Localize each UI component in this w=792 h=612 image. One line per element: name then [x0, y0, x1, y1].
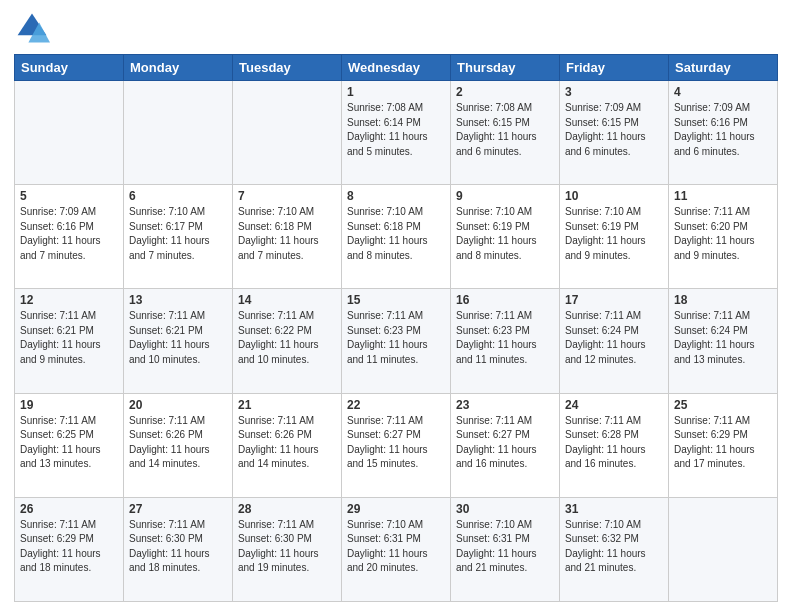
weekday-header-friday: Friday	[560, 55, 669, 81]
day-cell: 24Sunrise: 7:11 AM Sunset: 6:28 PM Dayli…	[560, 393, 669, 497]
day-number: 10	[565, 189, 663, 203]
day-info: Sunrise: 7:10 AM Sunset: 6:17 PM Dayligh…	[129, 205, 227, 263]
weekday-header-thursday: Thursday	[451, 55, 560, 81]
weekday-header-tuesday: Tuesday	[233, 55, 342, 81]
weekday-header-monday: Monday	[124, 55, 233, 81]
day-cell: 13Sunrise: 7:11 AM Sunset: 6:21 PM Dayli…	[124, 289, 233, 393]
day-number: 18	[674, 293, 772, 307]
day-cell: 18Sunrise: 7:11 AM Sunset: 6:24 PM Dayli…	[669, 289, 778, 393]
day-cell: 19Sunrise: 7:11 AM Sunset: 6:25 PM Dayli…	[15, 393, 124, 497]
week-row-2: 5Sunrise: 7:09 AM Sunset: 6:16 PM Daylig…	[15, 185, 778, 289]
day-cell: 29Sunrise: 7:10 AM Sunset: 6:31 PM Dayli…	[342, 497, 451, 601]
day-info: Sunrise: 7:10 AM Sunset: 6:19 PM Dayligh…	[456, 205, 554, 263]
day-number: 5	[20, 189, 118, 203]
day-info: Sunrise: 7:10 AM Sunset: 6:31 PM Dayligh…	[347, 518, 445, 576]
day-info: Sunrise: 7:11 AM Sunset: 6:24 PM Dayligh…	[674, 309, 772, 367]
week-row-1: 1Sunrise: 7:08 AM Sunset: 6:14 PM Daylig…	[15, 81, 778, 185]
day-number: 25	[674, 398, 772, 412]
day-info: Sunrise: 7:11 AM Sunset: 6:29 PM Dayligh…	[20, 518, 118, 576]
day-cell: 10Sunrise: 7:10 AM Sunset: 6:19 PM Dayli…	[560, 185, 669, 289]
day-cell: 30Sunrise: 7:10 AM Sunset: 6:31 PM Dayli…	[451, 497, 560, 601]
day-info: Sunrise: 7:11 AM Sunset: 6:21 PM Dayligh…	[20, 309, 118, 367]
day-number: 2	[456, 85, 554, 99]
day-cell: 8Sunrise: 7:10 AM Sunset: 6:18 PM Daylig…	[342, 185, 451, 289]
day-info: Sunrise: 7:11 AM Sunset: 6:24 PM Dayligh…	[565, 309, 663, 367]
day-info: Sunrise: 7:08 AM Sunset: 6:14 PM Dayligh…	[347, 101, 445, 159]
day-info: Sunrise: 7:11 AM Sunset: 6:27 PM Dayligh…	[347, 414, 445, 472]
day-number: 8	[347, 189, 445, 203]
day-number: 15	[347, 293, 445, 307]
day-cell	[233, 81, 342, 185]
day-number: 21	[238, 398, 336, 412]
day-number: 20	[129, 398, 227, 412]
day-cell: 22Sunrise: 7:11 AM Sunset: 6:27 PM Dayli…	[342, 393, 451, 497]
day-cell	[15, 81, 124, 185]
day-cell: 31Sunrise: 7:10 AM Sunset: 6:32 PM Dayli…	[560, 497, 669, 601]
weekday-header-sunday: Sunday	[15, 55, 124, 81]
logo-icon	[14, 10, 50, 46]
day-cell: 15Sunrise: 7:11 AM Sunset: 6:23 PM Dayli…	[342, 289, 451, 393]
day-info: Sunrise: 7:09 AM Sunset: 6:15 PM Dayligh…	[565, 101, 663, 159]
day-info: Sunrise: 7:11 AM Sunset: 6:21 PM Dayligh…	[129, 309, 227, 367]
day-info: Sunrise: 7:10 AM Sunset: 6:18 PM Dayligh…	[347, 205, 445, 263]
weekday-header-wednesday: Wednesday	[342, 55, 451, 81]
weekday-header-row: SundayMondayTuesdayWednesdayThursdayFrid…	[15, 55, 778, 81]
day-cell: 23Sunrise: 7:11 AM Sunset: 6:27 PM Dayli…	[451, 393, 560, 497]
day-number: 26	[20, 502, 118, 516]
day-info: Sunrise: 7:11 AM Sunset: 6:28 PM Dayligh…	[565, 414, 663, 472]
day-number: 31	[565, 502, 663, 516]
week-row-5: 26Sunrise: 7:11 AM Sunset: 6:29 PM Dayli…	[15, 497, 778, 601]
day-number: 27	[129, 502, 227, 516]
day-number: 9	[456, 189, 554, 203]
day-cell: 3Sunrise: 7:09 AM Sunset: 6:15 PM Daylig…	[560, 81, 669, 185]
page: SundayMondayTuesdayWednesdayThursdayFrid…	[0, 0, 792, 612]
day-cell: 2Sunrise: 7:08 AM Sunset: 6:15 PM Daylig…	[451, 81, 560, 185]
day-info: Sunrise: 7:11 AM Sunset: 6:29 PM Dayligh…	[674, 414, 772, 472]
day-number: 22	[347, 398, 445, 412]
day-cell: 14Sunrise: 7:11 AM Sunset: 6:22 PM Dayli…	[233, 289, 342, 393]
day-info: Sunrise: 7:08 AM Sunset: 6:15 PM Dayligh…	[456, 101, 554, 159]
day-number: 29	[347, 502, 445, 516]
day-info: Sunrise: 7:11 AM Sunset: 6:26 PM Dayligh…	[129, 414, 227, 472]
day-info: Sunrise: 7:11 AM Sunset: 6:27 PM Dayligh…	[456, 414, 554, 472]
day-cell: 28Sunrise: 7:11 AM Sunset: 6:30 PM Dayli…	[233, 497, 342, 601]
day-number: 13	[129, 293, 227, 307]
day-cell: 17Sunrise: 7:11 AM Sunset: 6:24 PM Dayli…	[560, 289, 669, 393]
day-number: 16	[456, 293, 554, 307]
day-info: Sunrise: 7:11 AM Sunset: 6:22 PM Dayligh…	[238, 309, 336, 367]
day-info: Sunrise: 7:10 AM Sunset: 6:19 PM Dayligh…	[565, 205, 663, 263]
day-info: Sunrise: 7:09 AM Sunset: 6:16 PM Dayligh…	[20, 205, 118, 263]
day-number: 23	[456, 398, 554, 412]
day-number: 12	[20, 293, 118, 307]
day-number: 28	[238, 502, 336, 516]
day-info: Sunrise: 7:11 AM Sunset: 6:23 PM Dayligh…	[347, 309, 445, 367]
day-number: 14	[238, 293, 336, 307]
day-number: 4	[674, 85, 772, 99]
day-cell: 5Sunrise: 7:09 AM Sunset: 6:16 PM Daylig…	[15, 185, 124, 289]
day-number: 6	[129, 189, 227, 203]
day-number: 3	[565, 85, 663, 99]
day-number: 11	[674, 189, 772, 203]
day-number: 19	[20, 398, 118, 412]
day-cell: 16Sunrise: 7:11 AM Sunset: 6:23 PM Dayli…	[451, 289, 560, 393]
day-cell: 11Sunrise: 7:11 AM Sunset: 6:20 PM Dayli…	[669, 185, 778, 289]
day-info: Sunrise: 7:10 AM Sunset: 6:31 PM Dayligh…	[456, 518, 554, 576]
day-info: Sunrise: 7:11 AM Sunset: 6:25 PM Dayligh…	[20, 414, 118, 472]
calendar-table: SundayMondayTuesdayWednesdayThursdayFrid…	[14, 54, 778, 602]
day-cell: 9Sunrise: 7:10 AM Sunset: 6:19 PM Daylig…	[451, 185, 560, 289]
day-cell: 12Sunrise: 7:11 AM Sunset: 6:21 PM Dayli…	[15, 289, 124, 393]
day-cell	[669, 497, 778, 601]
day-cell	[124, 81, 233, 185]
day-number: 1	[347, 85, 445, 99]
day-info: Sunrise: 7:10 AM Sunset: 6:18 PM Dayligh…	[238, 205, 336, 263]
day-cell: 25Sunrise: 7:11 AM Sunset: 6:29 PM Dayli…	[669, 393, 778, 497]
day-info: Sunrise: 7:09 AM Sunset: 6:16 PM Dayligh…	[674, 101, 772, 159]
weekday-header-saturday: Saturday	[669, 55, 778, 81]
week-row-4: 19Sunrise: 7:11 AM Sunset: 6:25 PM Dayli…	[15, 393, 778, 497]
day-cell: 1Sunrise: 7:08 AM Sunset: 6:14 PM Daylig…	[342, 81, 451, 185]
day-cell: 27Sunrise: 7:11 AM Sunset: 6:30 PM Dayli…	[124, 497, 233, 601]
day-info: Sunrise: 7:11 AM Sunset: 6:30 PM Dayligh…	[238, 518, 336, 576]
week-row-3: 12Sunrise: 7:11 AM Sunset: 6:21 PM Dayli…	[15, 289, 778, 393]
day-cell: 20Sunrise: 7:11 AM Sunset: 6:26 PM Dayli…	[124, 393, 233, 497]
day-number: 30	[456, 502, 554, 516]
